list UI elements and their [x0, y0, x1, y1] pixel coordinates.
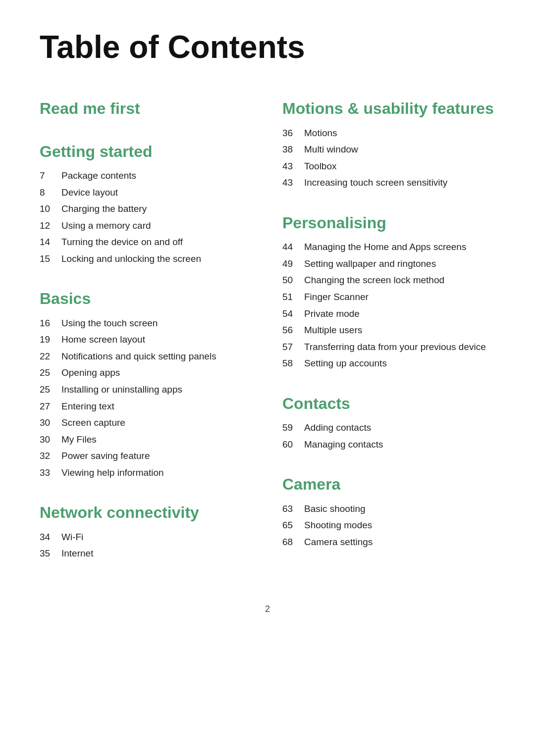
section-camera: Camera63Basic shooting65Shooting modes68… [282, 475, 495, 549]
toc-entry-text: Managing the Home and Apps screens [304, 240, 466, 254]
toc-item: 10Charging the battery [40, 202, 253, 216]
toc-item: 51Finger Scanner [282, 290, 495, 304]
toc-page-num: 27 [40, 400, 61, 413]
toc-entry-text: Internet [61, 547, 93, 560]
toc-entry-text: Setting wallpaper and ringtones [304, 257, 436, 271]
toc-page-num: 7 [40, 169, 61, 183]
section-title-motions-usability: Motions & usability features [282, 99, 495, 118]
section-title-camera: Camera [282, 475, 495, 494]
toc-page-num: 60 [282, 438, 304, 452]
toc-page-num: 30 [40, 416, 61, 430]
toc-page-num: 15 [40, 252, 61, 266]
toc-item: 68Camera settings [282, 535, 495, 549]
toc-item: 15Locking and unlocking the screen [40, 252, 253, 266]
toc-entry-text: Using the touch screen [61, 316, 158, 330]
toc-page-num: 36 [282, 126, 304, 140]
toc-entry-text: Charging the battery [61, 202, 147, 216]
toc-page-num: 65 [282, 518, 304, 532]
toc-item: 35Internet [40, 547, 253, 560]
toc-entry-text: Shooting modes [304, 518, 372, 532]
toc-entry-text: Managing contacts [304, 438, 383, 452]
toc-entry-text: Opening apps [61, 366, 120, 380]
toc-entry-text: Camera settings [304, 535, 373, 549]
toc-page-num: 38 [282, 143, 304, 156]
toc-page-num: 57 [282, 340, 304, 354]
toc-item: 43Toolbox [282, 159, 495, 173]
right-column: Motions & usability features36Motions38M… [282, 99, 495, 584]
toc-item: 34Wi-Fi [40, 530, 253, 544]
toc-entry-text: Finger Scanner [304, 290, 369, 304]
section-getting-started: Getting started7Package contents8Device … [40, 142, 253, 266]
toc-page-num: 10 [40, 202, 61, 216]
toc-item: 7Package contents [40, 169, 253, 183]
toc-item: 36Motions [282, 126, 495, 140]
toc-entry-text: Private mode [304, 307, 360, 321]
toc-list-basics: 16Using the touch screen19Home screen la… [40, 316, 253, 479]
toc-entry-text: Toolbox [304, 159, 337, 173]
section-title-contacts: Contacts [282, 394, 495, 413]
toc-list-contacts: 59Adding contacts60Managing contacts [282, 421, 495, 451]
toc-entry-text: Basic shooting [304, 502, 366, 516]
toc-item: 30My Files [40, 433, 253, 447]
toc-page-num: 32 [40, 449, 61, 463]
toc-page-num: 30 [40, 433, 61, 447]
toc-page-num: 34 [40, 530, 61, 544]
toc-entry-text: Changing the screen lock method [304, 273, 444, 287]
section-title-read-me-first: Read me first [40, 99, 253, 118]
section-personalising: Personalising44Managing the Home and App… [282, 213, 495, 370]
toc-item: 58Setting up accounts [282, 356, 495, 370]
toc-entry-text: Multi window [304, 143, 358, 156]
toc-page-num: 33 [40, 466, 61, 480]
toc-list-personalising: 44Managing the Home and Apps screens49Se… [282, 240, 495, 370]
toc-page-num: 49 [282, 257, 304, 271]
toc-page-num: 16 [40, 316, 61, 330]
toc-page-num: 12 [40, 219, 61, 233]
page-title: Table of Contents [40, 30, 495, 64]
toc-item: 57Transferring data from your previous d… [282, 340, 495, 354]
toc-entry-text: Wi-Fi [61, 530, 83, 544]
toc-entry-text: Screen capture [61, 416, 125, 430]
toc-page-num: 25 [40, 383, 61, 397]
section-contacts: Contacts59Adding contacts60Managing cont… [282, 394, 495, 451]
toc-page-num: 63 [282, 502, 304, 516]
section-title-basics: Basics [40, 289, 253, 308]
toc-entry-text: Multiple users [304, 323, 362, 337]
section-title-personalising: Personalising [282, 213, 495, 232]
toc-entry-text: Installing or uninstalling apps [61, 383, 182, 397]
toc-page-num: 43 [282, 176, 304, 190]
toc-item: 32Power saving feature [40, 449, 253, 463]
toc-item: 65Shooting modes [282, 518, 495, 532]
toc-item: 19Home screen layout [40, 333, 253, 347]
toc-entry-text: Locking and unlocking the screen [61, 252, 201, 266]
toc-item: 27Entering text [40, 400, 253, 413]
toc-list-camera: 63Basic shooting65Shooting modes68Camera… [282, 502, 495, 549]
toc-item: 25Opening apps [40, 366, 253, 380]
toc-item: 49Setting wallpaper and ringtones [282, 257, 495, 271]
toc-entry-text: Power saving feature [61, 449, 150, 463]
toc-page-num: 14 [40, 235, 61, 249]
toc-entry-text: Turning the device on and off [61, 235, 183, 249]
toc-page-num: 59 [282, 421, 304, 435]
section-read-me-first: Read me first [40, 99, 253, 118]
toc-item: 8Device layout [40, 186, 253, 200]
toc-page-num: 25 [40, 366, 61, 380]
toc-page-num: 51 [282, 290, 304, 304]
section-basics: Basics16Using the touch screen19Home scr… [40, 289, 253, 479]
toc-page-num: 22 [40, 350, 61, 363]
toc-list-getting-started: 7Package contents8Device layout10Chargin… [40, 169, 253, 265]
toc-item: 60Managing contacts [282, 438, 495, 452]
toc-entry-text: Motions [304, 126, 337, 140]
toc-entry-text: Transferring data from your previous dev… [304, 340, 486, 354]
toc-entry-text: My Files [61, 433, 97, 447]
toc-list-motions-usability: 36Motions38Multi window43Toolbox43Increa… [282, 126, 495, 190]
toc-entry-text: Package contents [61, 169, 136, 183]
toc-page-num: 50 [282, 273, 304, 287]
toc-page-num: 58 [282, 356, 304, 370]
toc-item: 43Increasing touch screen sensitivity [282, 176, 495, 190]
toc-entry-text: Notifications and quick setting panels [61, 350, 216, 363]
toc-page-num: 68 [282, 535, 304, 549]
toc-entry-text: Using a memory card [61, 219, 151, 233]
toc-item: 30Screen capture [40, 416, 253, 430]
toc-columns: Read me firstGetting started7Package con… [40, 99, 495, 584]
toc-page-num: 8 [40, 186, 61, 200]
